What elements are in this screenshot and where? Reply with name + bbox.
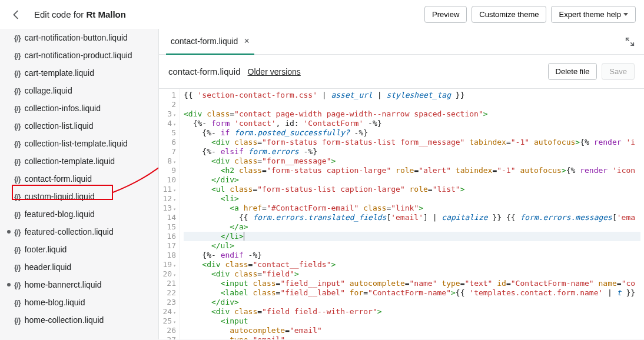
file-sidebar[interactable]: {/}cart-notification-button.liquid{/}car… bbox=[0, 29, 158, 339]
sidebar-file-item[interactable]: {/}contact-form.liquid bbox=[0, 170, 158, 188]
file-name-label: featured-blog.liquid bbox=[25, 209, 95, 219]
file-name-label: header.liquid bbox=[25, 262, 71, 272]
file-name-label: cart-notification-button.liquid bbox=[25, 33, 128, 42]
sidebar-file-item[interactable]: {/}cart-notification-product.liquid bbox=[0, 46, 158, 64]
main-area: {/}cart-notification-button.liquid{/}car… bbox=[0, 29, 644, 339]
braces-icon: {/} bbox=[14, 298, 21, 307]
braces-icon: {/} bbox=[14, 34, 21, 42]
sidebar-file-item[interactable]: {/}home-collection.liquid bbox=[0, 311, 158, 329]
file-name-label: collection-infos.liquid bbox=[25, 104, 101, 113]
file-name-label: collage.liquid bbox=[25, 86, 72, 95]
code-content[interactable]: {{ 'section-contact-form.css' | asset_ur… bbox=[180, 89, 644, 339]
code-editor[interactable]: 1234567891011121314151617181920212223242… bbox=[159, 89, 644, 339]
braces-icon: {/} bbox=[14, 139, 21, 148]
sidebar-file-item[interactable]: {/}footer.liquid bbox=[0, 241, 158, 258]
sidebar-file-item[interactable]: {/}cart-template.liquid bbox=[0, 64, 158, 82]
sidebar-file-item[interactable]: {/}header.liquid bbox=[0, 258, 158, 276]
customize-theme-button[interactable]: Customize theme bbox=[472, 6, 546, 23]
sidebar-file-item[interactable]: {/}collage.liquid bbox=[0, 82, 158, 99]
save-button: Save bbox=[602, 63, 635, 80]
chevron-down-icon bbox=[623, 13, 628, 16]
page-title: Edit code for Rt Mallon bbox=[34, 9, 126, 19]
braces-icon: {/} bbox=[14, 210, 21, 219]
sidebar-file-item[interactable]: {/}cart-notification-button.liquid bbox=[0, 29, 158, 46]
file-name-label: collection-list.liquid bbox=[25, 121, 94, 131]
back-button[interactable] bbox=[8, 6, 25, 23]
line-gutter: 1234567891011121314151617181920212223242… bbox=[159, 89, 180, 339]
file-name-label: home-blog.liquid bbox=[25, 298, 85, 307]
braces-icon: {/} bbox=[14, 104, 21, 113]
file-name-label: home-collection.liquid bbox=[25, 315, 104, 325]
braces-icon: {/} bbox=[14, 157, 21, 166]
file-name-label: footer.liquid bbox=[25, 245, 67, 254]
sidebar-file-item[interactable]: {/}collection-list.liquid bbox=[0, 117, 158, 135]
tab-contact-form[interactable]: contact-form.liquid × bbox=[166, 29, 254, 55]
file-name-label: cart-template.liquid bbox=[25, 68, 94, 78]
sidebar-file-item[interactable]: {/}featured-collection.liquid bbox=[0, 223, 158, 241]
sidebar-file-item[interactable]: {/}featured-blog.liquid bbox=[0, 205, 158, 223]
file-name-label: cart-notification-product.liquid bbox=[25, 51, 132, 60]
braces-icon: {/} bbox=[14, 263, 21, 272]
file-name-label: featured-collection.liquid bbox=[25, 227, 114, 236]
file-name-label: collection-template.liquid bbox=[25, 156, 115, 166]
arrow-left-icon bbox=[11, 9, 22, 20]
modified-dot-icon bbox=[7, 230, 11, 234]
braces-icon: {/} bbox=[14, 69, 21, 78]
file-name: contact-form.liquid bbox=[168, 66, 241, 76]
preview-button[interactable]: Preview bbox=[424, 6, 467, 23]
sidebar-file-item[interactable]: {/}custom-liquid.liquid bbox=[0, 188, 158, 205]
file-name-label: collection-list-template.liquid bbox=[25, 139, 128, 148]
file-name-label: contact-form.liquid bbox=[25, 174, 92, 184]
file-name-label: custom-liquid.liquid bbox=[25, 192, 95, 201]
header-actions: Preview Customize theme Expert theme hel… bbox=[424, 6, 636, 23]
braces-icon: {/} bbox=[14, 192, 21, 201]
braces-icon: {/} bbox=[14, 281, 21, 289]
braces-icon: {/} bbox=[14, 245, 21, 254]
braces-icon: {/} bbox=[14, 51, 21, 60]
delete-file-button[interactable]: Delete file bbox=[548, 63, 597, 80]
sidebar-file-item[interactable]: {/}collection-template.liquid bbox=[0, 152, 158, 170]
header-bar: Edit code for Rt Mallon Preview Customiz… bbox=[0, 0, 644, 29]
expand-icon[interactable] bbox=[623, 35, 637, 49]
braces-icon: {/} bbox=[14, 122, 21, 131]
braces-icon: {/} bbox=[14, 228, 21, 236]
editor-panel: contact-form.liquid × contact-form.liqui… bbox=[158, 29, 644, 339]
modified-dot-icon bbox=[7, 283, 11, 286]
file-name-label: home-bannerct.liquid bbox=[25, 280, 102, 289]
file-header: contact-form.liquid Older versions Delet… bbox=[159, 55, 644, 89]
sidebar-file-item[interactable]: {/}collection-list-template.liquid bbox=[0, 135, 158, 152]
braces-icon: {/} bbox=[14, 175, 21, 184]
sidebar-file-item[interactable]: {/}collection-infos.liquid bbox=[0, 99, 158, 117]
sidebar-file-item[interactable]: {/}home-bannerct.liquid bbox=[0, 276, 158, 294]
close-icon[interactable]: × bbox=[244, 36, 249, 46]
braces-icon: {/} bbox=[14, 86, 21, 95]
expert-help-button[interactable]: Expert theme help bbox=[551, 6, 636, 23]
editor-tabs: contact-form.liquid × bbox=[159, 29, 644, 55]
braces-icon: {/} bbox=[14, 316, 21, 325]
sidebar-file-item[interactable]: {/}home-blog.liquid bbox=[0, 294, 158, 311]
older-versions-link[interactable]: Older versions bbox=[248, 67, 301, 76]
